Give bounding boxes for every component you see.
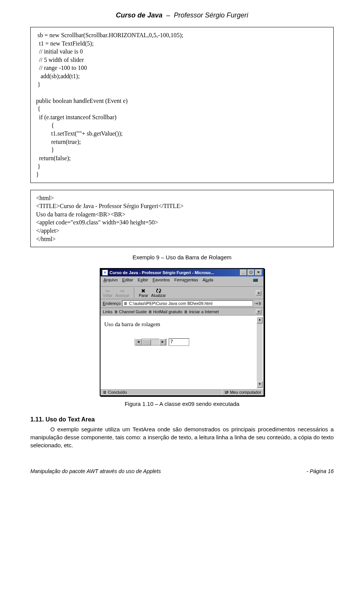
status-text: Concluído [108, 390, 127, 394]
statusbar: 🗎 Concluído 🖳 Meu computador [100, 389, 264, 395]
menu-exibir[interactable]: Exibir [138, 278, 148, 285]
window-title: Curso de Java - Professor Sérgio Furgeri… [110, 270, 240, 275]
go-icon: ⇢ [254, 301, 258, 306]
figure-caption: Figura 1.10 – A classe ex09 sendo execut… [30, 401, 334, 407]
browser-window: e Curso de Java - Professor Sérgio Furge… [100, 268, 264, 396]
toolbar: ⇦ Voltar ⇨ Avançar ✖ Parar 🗘 Atualizar » [100, 287, 264, 299]
vertical-scrollbar[interactable]: ▲ ▼ [257, 317, 263, 388]
menubar: AArquivorquivo Editar Exibir Favoritos F… [100, 276, 264, 287]
address-input[interactable]: 🗎 C:\aulas\IPEP\Curso Java com BD\ex09.h… [122, 300, 253, 306]
maximize-button[interactable]: ☐ [248, 270, 254, 276]
link-channel-guide[interactable]: 🗎 Channel Guide [114, 309, 147, 314]
scroll-thumb[interactable] [142, 339, 151, 346]
forward-label: Avançar [116, 293, 130, 298]
forward-button[interactable]: ⇨ Avançar [116, 288, 130, 298]
toolbar-separator [134, 287, 134, 298]
refresh-label: Atualizar [151, 293, 166, 298]
menu-ajuda[interactable]: Ajuda [202, 278, 213, 285]
horizontal-scrollbar[interactable]: ◄ ► [135, 339, 166, 346]
applet-heading: Uso da barra de rolagem [104, 321, 261, 328]
link1-label: Channel Guide [119, 309, 147, 314]
stop-button[interactable]: ✖ Parar [139, 288, 148, 298]
page-content: Uso da barra de rolagem ◄ ► 7 ▲ ▼ [100, 316, 264, 389]
back-label: Voltar [103, 293, 113, 298]
close-button[interactable]: ✕ [255, 270, 262, 276]
address-value: C:\aulas\IPEP\Curso Java com BD\ex09.htm… [129, 301, 212, 306]
minimize-button[interactable]: _ [240, 270, 247, 276]
forward-icon: ⇨ [120, 288, 125, 293]
page-icon: 🗎 [124, 301, 128, 306]
go-button[interactable]: ⇢ Ir [254, 301, 261, 306]
links-bar: Links 🗎 Channel Guide 🗎 HotMail gratuito… [100, 308, 264, 316]
links-label: Links [103, 309, 113, 314]
browser-screenshot: e Curso de Java - Professor Sérgio Furge… [30, 268, 334, 396]
vscroll-track[interactable] [257, 323, 263, 381]
scroll-up-button[interactable]: ▲ [257, 317, 263, 323]
link-icon: 🗎 [148, 309, 152, 314]
section-body: O exemplo seguinte utiliza um TextArea o… [30, 425, 334, 449]
menu-ferramentas[interactable]: Ferramentas [174, 278, 198, 285]
link-hotmail[interactable]: 🗎 HotMail gratuito [148, 309, 182, 314]
link2-label: HotMail gratuito [153, 309, 182, 314]
back-icon: ⇦ [105, 288, 110, 293]
address-label: Endereço [103, 301, 121, 306]
link3-label: Iniciar a Internet [189, 309, 219, 314]
ie-icon: e [102, 270, 108, 276]
toolbar-overflow[interactable]: » [256, 290, 261, 295]
scroll-track[interactable] [142, 339, 159, 345]
footer-left: Manipulação do pacote AWT através do uso… [30, 468, 161, 474]
page-footer: Manipulação do pacote AWT através do uso… [30, 468, 334, 474]
menu-favoritos[interactable]: Favoritos [153, 278, 170, 285]
titlebar: e Curso de Java - Professor Sérgio Furge… [100, 269, 264, 276]
applet-scrollbar-row: ◄ ► 7 [135, 338, 261, 346]
back-button[interactable]: ⇦ Voltar [103, 288, 113, 298]
example-caption: Exemplo 9 – Uso da Barra de Rolagem [30, 254, 334, 260]
link-icon: 🗎 [184, 309, 188, 314]
footer-right: - Página 16 [306, 468, 334, 474]
link-icon: 🗎 [114, 309, 118, 314]
link-iniciar-internet[interactable]: 🗎 Iniciar a Internet [184, 309, 219, 314]
address-bar: Endereço 🗎 C:\aulas\IPEP\Curso Java com … [100, 299, 264, 308]
menu-editar[interactable]: Editar [122, 278, 133, 285]
links-overflow[interactable]: » [256, 309, 261, 314]
zone-text: Meu computador [230, 390, 261, 394]
menu-arquivo[interactable]: AArquivorquivo [104, 278, 118, 285]
page: Curso de Java – Professor Sérgio Furgeri… [0, 0, 364, 486]
page-header: Curso de Java – Professor Sérgio Furgeri [30, 11, 334, 19]
done-icon: 🗎 [103, 390, 107, 394]
scrollbar-value-field[interactable]: 7 [169, 338, 189, 346]
refresh-icon: 🗘 [156, 288, 161, 293]
header-dash: – [162, 11, 174, 19]
code-block-java: sb = new Scrollbar(Scrollbar.HORIZONTAL,… [30, 27, 334, 183]
scroll-right-button[interactable]: ► [159, 339, 166, 346]
code-block-html: <html> <TITLE>Curso de Java - Professor … [30, 190, 334, 248]
header-course: Curso de Java [116, 11, 162, 19]
status-pane-zone: 🖳 Meu computador [222, 389, 264, 395]
stop-label: Parar [139, 293, 148, 298]
header-prof: Professor Sérgio Furgeri [174, 11, 248, 19]
scroll-left-button[interactable]: ◄ [135, 339, 142, 346]
scroll-down-button[interactable]: ▼ [257, 381, 263, 388]
computer-icon: 🖳 [224, 390, 229, 394]
refresh-button[interactable]: 🗘 Atualizar [151, 288, 166, 298]
window-controls: _ ☐ ✕ [240, 270, 262, 276]
go-label: Ir [259, 301, 261, 306]
status-pane-main: 🗎 Concluído [100, 389, 222, 395]
brand-logo-icon: 🖥️ [250, 278, 260, 285]
stop-icon: ✖ [141, 288, 146, 293]
section-title: 1.11. Uso do Text Area [30, 416, 334, 423]
